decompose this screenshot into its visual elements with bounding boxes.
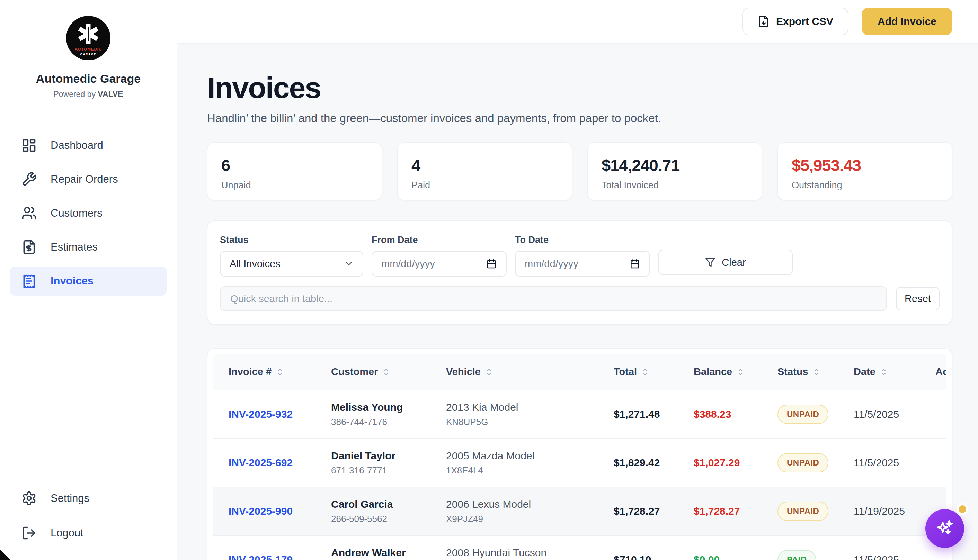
sort-icon	[813, 368, 821, 376]
column-header-label: Customer	[331, 366, 378, 377]
invoice-date: 11/5/2025	[854, 554, 899, 560]
powered-by: Powered by VALVE	[53, 90, 123, 99]
stat-label: Unpaid	[221, 180, 368, 191]
to-date-label: To Date	[515, 235, 650, 245]
sort-icon	[485, 368, 493, 376]
sidebar-item-estimates[interactable]: Estimates	[10, 233, 167, 262]
page-subtitle: Handlin’ the billin’ and the green—custo…	[207, 112, 952, 125]
sidebar-nav: Dashboard Repair Orders Customers Estima…	[0, 131, 177, 295]
sidebar-item-customers[interactable]: Customers	[10, 199, 167, 228]
column-header-customer[interactable]: Customer	[331, 354, 446, 390]
assistant-fab-button[interactable]	[925, 509, 964, 548]
vehicle-plate: KN8UP5G	[446, 417, 614, 427]
clear-filters-button[interactable]: Clear	[658, 250, 793, 275]
sort-icon	[382, 368, 390, 376]
invoice-link[interactable]: INV-2025-692	[229, 457, 293, 468]
reset-button[interactable]: Reset	[896, 287, 940, 310]
invoice-link[interactable]: INV-2025-179	[229, 554, 293, 560]
sidebar-footer: Settings Logout	[0, 484, 177, 560]
sidebar-item-label: Logout	[50, 527, 83, 539]
sparkles-icon	[935, 519, 955, 538]
stat-card-paid: 4 Paid	[397, 142, 572, 200]
file-dollar-icon	[22, 240, 37, 255]
sidebar-item-label: Repair Orders	[50, 173, 118, 185]
to-date-input[interactable]: mm/dd/yyyy	[515, 251, 650, 277]
status-select[interactable]: All Invoices	[220, 251, 363, 277]
wrench-icon	[22, 172, 37, 187]
stat-label: Paid	[411, 180, 558, 191]
invoice-total: $710.10	[614, 554, 651, 560]
export-csv-button[interactable]: Export CSV	[742, 8, 848, 35]
sort-icon	[641, 368, 649, 376]
sidebar-item-label: Dashboard	[50, 139, 103, 152]
customer-name: Carol Garcia	[331, 498, 446, 510]
customer-phone: 671-316-7771	[331, 465, 446, 476]
column-header-label: Status	[778, 366, 808, 377]
layout-dashboard-icon	[22, 138, 37, 153]
filter-funnel-icon	[705, 257, 716, 268]
stat-label: Outstanding	[792, 180, 938, 191]
reset-label: Reset	[905, 293, 931, 305]
sidebar-item-settings[interactable]: Settings	[10, 484, 167, 513]
table-search-input[interactable]	[220, 286, 887, 311]
sidebar-item-label: Estimates	[50, 241, 98, 253]
invoice-date: 11/5/2025	[854, 408, 899, 420]
from-date-placeholder: mm/dd/yyyy	[381, 258, 435, 270]
table-row[interactable]: INV-2025-692Daniel Taylor671-316-7771200…	[213, 438, 946, 487]
calendar-icon	[629, 258, 640, 269]
to-date-placeholder: mm/dd/yyyy	[525, 258, 578, 270]
table-header-row: Invoice #CustomerVehicleTotalBalanceStat…	[213, 354, 946, 390]
topbar: Export CSV Add Invoice	[177, 0, 978, 43]
table-row[interactable]: INV-2025-990Carol Garcia266-509-55622006…	[213, 487, 946, 535]
sort-icon	[736, 368, 744, 376]
invoice-total: $1,829.42	[614, 457, 660, 468]
sidebar-item-logout[interactable]: Logout	[10, 518, 167, 548]
from-date-input[interactable]: mm/dd/yyyy	[372, 251, 507, 277]
column-header-label: Balance	[694, 366, 732, 377]
invoice-total: $1,728.27	[614, 505, 660, 517]
vehicle-name: 2006 Lexus Model	[446, 498, 614, 510]
content: Invoices Handlin’ the billin’ and the gr…	[177, 43, 978, 560]
invoice-date: 11/19/2025	[854, 505, 905, 517]
app-root: AUTOMEDIC GARAGE Automedic Garage Powere…	[0, 0, 978, 560]
users-icon	[22, 206, 37, 221]
customer-name: Daniel Taylor	[331, 450, 446, 462]
column-header-status[interactable]: Status	[778, 354, 854, 390]
clear-filters-label: Clear	[722, 257, 746, 268]
calendar-icon	[486, 258, 497, 269]
sidebar-item-label: Invoices	[50, 275, 93, 287]
invoice-link[interactable]: INV-2025-990	[229, 505, 293, 517]
table-row[interactable]: INV-2025-932Melissa Young386-744-7176201…	[213, 390, 946, 438]
customer-name: Andrew Walker	[331, 547, 446, 558]
stat-value: 6	[221, 156, 368, 175]
invoice-total: $1,271.48	[614, 408, 660, 420]
table-row[interactable]: INV-2025-179Andrew Walker979-947-8559200…	[213, 535, 946, 560]
sidebar-item-invoices[interactable]: Invoices	[10, 267, 167, 295]
status-badge: UNPAID	[778, 502, 828, 521]
main-area: Export CSV Add Invoice Invoices Handlin’…	[177, 0, 978, 560]
customer-phone: 386-744-7176	[331, 417, 446, 427]
column-header-vehicle[interactable]: Vehicle	[446, 354, 614, 390]
column-header-label: Total	[614, 366, 637, 377]
add-invoice-button[interactable]: Add Invoice	[862, 8, 952, 35]
column-header-total[interactable]: Total	[614, 354, 694, 390]
invoice-balance: $0.00	[694, 554, 719, 560]
column-header-actions: Actions	[935, 354, 946, 390]
status-badge: UNPAID	[778, 405, 828, 424]
column-header-balance[interactable]: Balance	[694, 354, 778, 390]
sort-icon	[276, 368, 284, 376]
column-header-date[interactable]: Date	[854, 354, 935, 390]
column-header-invoice-[interactable]: Invoice #	[213, 354, 331, 390]
from-date-label: From Date	[372, 235, 507, 245]
brand-name: Automedic Garage	[36, 72, 140, 85]
sidebar-item-dashboard[interactable]: Dashboard	[10, 131, 167, 160]
invoice-date: 11/5/2025	[854, 457, 899, 468]
sidebar-item-repair-orders[interactable]: Repair Orders	[10, 165, 167, 194]
invoices-table-card: Invoice #CustomerVehicleTotalBalanceStat…	[207, 348, 952, 560]
export-csv-label: Export CSV	[776, 15, 833, 27]
stats-row: 6 Unpaid 4 Paid $14,240.71 Total Invoice…	[207, 142, 952, 200]
invoice-link[interactable]: INV-2025-932	[229, 408, 293, 420]
file-download-icon	[758, 15, 770, 28]
logo-text-top: AUTOMEDIC	[75, 47, 102, 51]
column-header-label: Date	[854, 366, 876, 377]
